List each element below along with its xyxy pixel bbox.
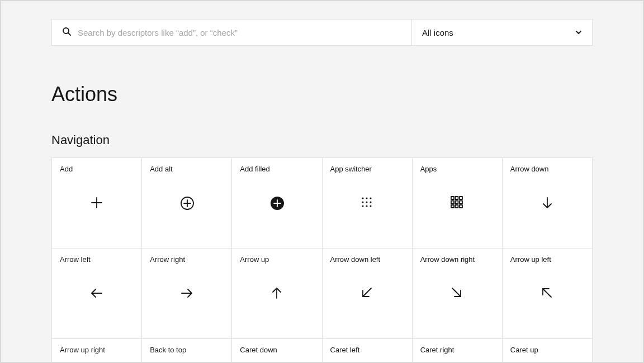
icon-grid: Add Add alt Add filled App switcher Apps xyxy=(51,157,593,363)
icon-label: Caret up xyxy=(510,346,584,354)
search-icon xyxy=(62,27,71,38)
icon-label: Back to top xyxy=(150,346,224,354)
search-input[interactable] xyxy=(78,28,401,37)
icon-label: Arrow up left xyxy=(510,255,584,264)
icon-tile-arrow-left[interactable]: Arrow left xyxy=(52,249,141,338)
svg-line-1 xyxy=(68,33,70,35)
arrow-up-left-icon xyxy=(541,286,553,299)
icon-tile-arrow-down-right[interactable]: Arrow down right xyxy=(413,249,502,338)
icon-label: Arrow down xyxy=(510,165,584,173)
icon-tile-add[interactable]: Add xyxy=(52,158,141,248)
select-value: All icons xyxy=(422,28,453,37)
page-title: Actions xyxy=(51,83,593,106)
icon-category-select[interactable]: All icons xyxy=(412,20,592,45)
icon-tile-arrow-right[interactable]: Arrow right xyxy=(142,249,231,338)
svg-rect-25 xyxy=(451,205,454,208)
search-input-wrapper[interactable] xyxy=(52,20,412,45)
icon-label: Add filled xyxy=(240,165,314,173)
icon-tile-app-switcher[interactable]: App switcher xyxy=(323,158,412,248)
svg-rect-20 xyxy=(455,197,458,199)
icon-tile-caret-right[interactable]: Caret right xyxy=(413,339,502,363)
icon-label: Arrow down right xyxy=(420,255,494,264)
svg-point-18 xyxy=(370,205,371,207)
svg-point-15 xyxy=(370,201,371,203)
arrow-down-left-icon xyxy=(361,286,373,299)
icon-label: Arrow up xyxy=(240,255,314,264)
icon-tile-apps[interactable]: Apps xyxy=(413,158,502,248)
svg-rect-19 xyxy=(451,197,454,199)
icon-tile-add-alt[interactable]: Add alt xyxy=(142,158,231,248)
icon-label: Add alt xyxy=(150,165,224,173)
icon-label: App switcher xyxy=(330,165,404,173)
icon-label: Arrow down left xyxy=(330,255,404,264)
icon-label: Arrow up right xyxy=(60,346,134,354)
icon-label: Arrow right xyxy=(150,255,224,264)
arrow-down-icon xyxy=(541,196,554,209)
svg-line-34 xyxy=(543,289,551,297)
icon-tile-back-to-top[interactable]: Back to top xyxy=(142,339,231,363)
icon-label: Caret left xyxy=(330,346,404,354)
icon-tile-caret-left[interactable]: Caret left xyxy=(323,339,412,363)
add-alt-icon xyxy=(180,196,195,211)
svg-point-11 xyxy=(366,197,367,199)
app-switcher-icon xyxy=(361,196,373,208)
arrow-left-icon xyxy=(90,286,103,300)
arrow-down-right-icon xyxy=(451,286,463,299)
svg-rect-24 xyxy=(460,201,462,204)
icon-tile-arrow-up-left[interactable]: Arrow up left xyxy=(503,249,592,338)
svg-point-13 xyxy=(362,201,363,203)
icon-label: Add xyxy=(60,165,134,173)
svg-rect-26 xyxy=(455,205,458,208)
add-filled-icon xyxy=(270,196,285,211)
icon-label: Caret down xyxy=(240,346,314,354)
svg-point-14 xyxy=(366,201,367,203)
apps-icon xyxy=(451,196,463,208)
section-title: Navigation xyxy=(51,133,593,147)
svg-rect-22 xyxy=(451,201,454,204)
add-icon xyxy=(90,196,103,209)
svg-line-33 xyxy=(452,288,461,297)
svg-rect-21 xyxy=(460,197,462,199)
icon-tile-arrow-down[interactable]: Arrow down xyxy=(503,158,592,248)
arrow-up-icon xyxy=(270,286,283,300)
icon-tile-caret-down[interactable]: Caret down xyxy=(232,339,321,363)
search-filter-row: All icons xyxy=(51,19,593,46)
icon-tile-caret-up[interactable]: Caret up xyxy=(503,339,592,363)
svg-point-12 xyxy=(370,197,371,199)
chevron-down-icon xyxy=(575,28,582,37)
svg-point-17 xyxy=(366,205,367,207)
svg-line-32 xyxy=(363,288,371,297)
icon-tile-arrow-down-left[interactable]: Arrow down left xyxy=(323,249,412,338)
arrow-right-icon xyxy=(180,286,193,300)
svg-rect-23 xyxy=(455,201,458,204)
icon-label: Arrow left xyxy=(60,255,134,264)
icon-label: Caret right xyxy=(420,346,494,354)
svg-point-10 xyxy=(362,197,363,199)
icon-tile-add-filled[interactable]: Add filled xyxy=(232,158,321,248)
svg-rect-27 xyxy=(460,205,462,208)
svg-point-16 xyxy=(362,205,363,207)
icon-tile-arrow-up-right[interactable]: Arrow up right xyxy=(52,339,141,363)
icon-label: Apps xyxy=(420,165,494,173)
icon-tile-arrow-up[interactable]: Arrow up xyxy=(232,249,321,338)
